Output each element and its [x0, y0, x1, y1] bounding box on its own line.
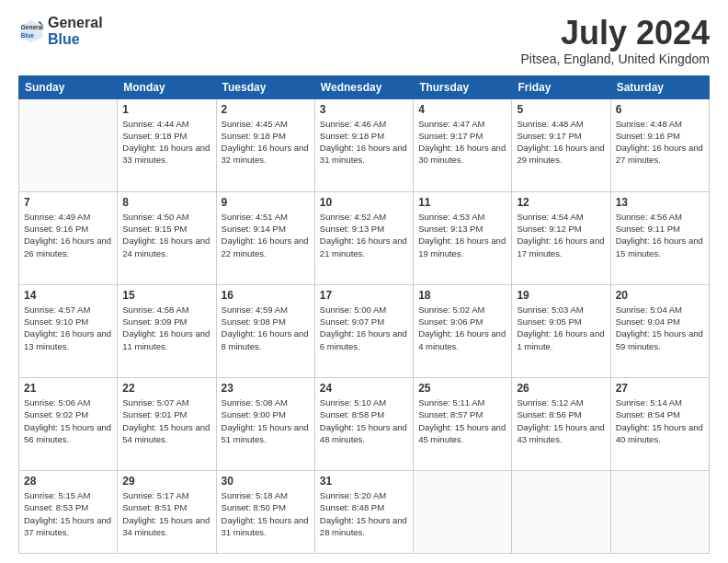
- sunset-text: Sunset: 9:04 PM: [616, 316, 704, 327]
- day-cell: 6 Sunrise: 4:48 AM Sunset: 9:16 PM Dayli…: [610, 98, 709, 191]
- daylight-text: Daylight: 16 hours and 15 minutes.: [616, 235, 704, 259]
- day-info: Sunrise: 5:20 AM Sunset: 8:48 PM Dayligh…: [320, 489, 408, 538]
- sunset-text: Sunset: 9:16 PM: [24, 223, 112, 235]
- day-info: Sunrise: 4:51 AM Sunset: 9:14 PM Dayligh…: [222, 211, 310, 259]
- day-info: Sunrise: 4:54 AM Sunset: 9:12 PM Dayligh…: [517, 211, 605, 259]
- daylight-text: Daylight: 16 hours and 1 minute.: [517, 327, 605, 352]
- sunrise-text: Sunrise: 5:11 AM: [418, 396, 506, 408]
- day-info: Sunrise: 5:11 AM Sunset: 8:57 PM Dayligh…: [418, 396, 506, 445]
- daylight-text: Daylight: 15 hours and 43 minutes.: [517, 421, 605, 446]
- day-info: Sunrise: 4:47 AM Sunset: 9:17 PM Dayligh…: [418, 118, 506, 167]
- day-number: 9: [222, 196, 310, 209]
- sunrise-text: Sunrise: 5:02 AM: [418, 304, 506, 316]
- day-number: 26: [517, 382, 605, 395]
- daylight-text: Daylight: 16 hours and 29 minutes.: [517, 142, 605, 167]
- day-info: Sunrise: 5:17 AM Sunset: 8:51 PM Dayligh…: [122, 489, 210, 538]
- sunset-text: Sunset: 8:56 PM: [517, 408, 605, 420]
- sunset-text: Sunset: 9:17 PM: [517, 130, 605, 142]
- day-number: 29: [122, 475, 210, 488]
- col-monday: Monday: [118, 75, 216, 98]
- daylight-text: Daylight: 16 hours and 22 minutes.: [222, 235, 310, 259]
- sunrise-text: Sunrise: 4:58 AM: [122, 304, 210, 316]
- day-info: Sunrise: 5:18 AM Sunset: 8:50 PM Dayligh…: [222, 489, 310, 538]
- daylight-text: Daylight: 16 hours and 33 minutes.: [122, 142, 210, 167]
- day-cell: 28 Sunrise: 5:15 AM Sunset: 8:53 PM Dayl…: [19, 471, 118, 554]
- logo: General Blue General Blue: [18, 15, 103, 47]
- day-info: Sunrise: 4:56 AM Sunset: 9:11 PM Dayligh…: [616, 211, 704, 259]
- sunset-text: Sunset: 9:18 PM: [122, 130, 210, 142]
- sunrise-text: Sunrise: 5:12 AM: [517, 396, 605, 408]
- col-saturday: Saturday: [610, 75, 709, 98]
- sunrise-text: Sunrise: 4:50 AM: [122, 211, 210, 223]
- day-number: 27: [616, 382, 704, 395]
- sunset-text: Sunset: 8:57 PM: [418, 408, 506, 420]
- daylight-text: Daylight: 16 hours and 32 minutes.: [222, 142, 310, 167]
- day-cell: 3 Sunrise: 4:46 AM Sunset: 9:18 PM Dayli…: [314, 98, 413, 191]
- day-cell: [610, 471, 709, 554]
- page: General Blue General Blue July 2024 Pits…: [0, 0, 728, 563]
- day-cell: 20 Sunrise: 5:04 AM Sunset: 9:04 PM Dayl…: [610, 284, 709, 377]
- day-info: Sunrise: 4:45 AM Sunset: 9:18 PM Dayligh…: [222, 118, 310, 167]
- sunrise-text: Sunrise: 4:54 AM: [517, 211, 605, 223]
- sunrise-text: Sunrise: 4:46 AM: [320, 118, 408, 130]
- sunset-text: Sunset: 8:53 PM: [24, 501, 112, 513]
- sunset-text: Sunset: 8:48 PM: [320, 501, 408, 513]
- daylight-text: Daylight: 15 hours and 59 minutes.: [616, 327, 704, 352]
- day-cell: [414, 471, 512, 554]
- sunset-text: Sunset: 9:02 PM: [24, 408, 112, 420]
- sunset-text: Sunset: 9:15 PM: [122, 223, 210, 235]
- day-cell: 12 Sunrise: 4:54 AM Sunset: 9:12 PM Dayl…: [512, 191, 610, 284]
- day-number: 25: [418, 382, 506, 395]
- day-cell: 14 Sunrise: 4:57 AM Sunset: 9:10 PM Dayl…: [19, 284, 118, 377]
- day-info: Sunrise: 5:10 AM Sunset: 8:58 PM Dayligh…: [320, 396, 408, 445]
- day-number: 21: [24, 382, 112, 395]
- day-cell: 18 Sunrise: 5:02 AM Sunset: 9:06 PM Dayl…: [414, 284, 512, 377]
- day-number: 8: [122, 196, 210, 209]
- day-number: 18: [418, 289, 506, 302]
- sunrise-text: Sunrise: 4:59 AM: [222, 304, 310, 316]
- day-cell: 21 Sunrise: 5:06 AM Sunset: 9:02 PM Dayl…: [19, 377, 118, 470]
- daylight-text: Daylight: 15 hours and 56 minutes.: [24, 421, 112, 446]
- day-cell: 10 Sunrise: 4:52 AM Sunset: 9:13 PM Dayl…: [314, 191, 413, 284]
- subtitle: Pitsea, England, United Kingdom: [521, 52, 710, 66]
- day-info: Sunrise: 4:52 AM Sunset: 9:13 PM Dayligh…: [320, 211, 408, 259]
- day-number: 23: [222, 382, 310, 395]
- main-title: July 2024: [521, 15, 710, 52]
- sunrise-text: Sunrise: 5:14 AM: [616, 396, 704, 408]
- daylight-text: Daylight: 15 hours and 54 minutes.: [122, 421, 210, 446]
- day-cell: 23 Sunrise: 5:08 AM Sunset: 9:00 PM Dayl…: [216, 377, 314, 470]
- sunrise-text: Sunrise: 5:03 AM: [517, 304, 605, 316]
- day-number: 15: [122, 289, 210, 302]
- sunrise-text: Sunrise: 4:48 AM: [616, 118, 704, 130]
- logo-text: General Blue: [48, 15, 103, 47]
- sunrise-text: Sunrise: 4:53 AM: [418, 211, 506, 223]
- day-info: Sunrise: 5:14 AM Sunset: 8:54 PM Dayligh…: [616, 396, 704, 445]
- col-friday: Friday: [512, 75, 610, 98]
- day-info: Sunrise: 4:48 AM Sunset: 9:16 PM Dayligh…: [616, 118, 704, 167]
- day-number: 4: [418, 103, 506, 116]
- day-info: Sunrise: 4:53 AM Sunset: 9:13 PM Dayligh…: [418, 211, 506, 259]
- day-number: 19: [517, 289, 605, 302]
- sunset-text: Sunset: 9:13 PM: [418, 223, 506, 235]
- day-cell: [512, 471, 610, 554]
- daylight-text: Daylight: 15 hours and 48 minutes.: [320, 421, 408, 446]
- day-cell: 9 Sunrise: 4:51 AM Sunset: 9:14 PM Dayli…: [216, 191, 314, 284]
- logo-blue-text: Blue: [48, 31, 103, 48]
- sunset-text: Sunset: 8:58 PM: [320, 408, 408, 420]
- day-number: 28: [24, 475, 112, 488]
- sunset-text: Sunset: 9:08 PM: [222, 316, 310, 327]
- day-cell: 17 Sunrise: 5:00 AM Sunset: 9:07 PM Dayl…: [314, 284, 413, 377]
- day-info: Sunrise: 5:02 AM Sunset: 9:06 PM Dayligh…: [418, 304, 506, 352]
- sunrise-text: Sunrise: 5:15 AM: [24, 489, 112, 501]
- sunset-text: Sunset: 9:09 PM: [122, 316, 210, 327]
- day-cell: 13 Sunrise: 4:56 AM Sunset: 9:11 PM Dayl…: [610, 191, 709, 284]
- day-number: 20: [616, 289, 704, 302]
- week-row-1: 1 Sunrise: 4:44 AM Sunset: 9:18 PM Dayli…: [19, 98, 710, 191]
- sunrise-text: Sunrise: 4:47 AM: [418, 118, 506, 130]
- day-cell: 26 Sunrise: 5:12 AM Sunset: 8:56 PM Dayl…: [512, 377, 610, 470]
- sunset-text: Sunset: 9:14 PM: [222, 223, 310, 235]
- sunrise-text: Sunrise: 5:04 AM: [616, 304, 704, 316]
- day-number: 16: [222, 289, 310, 302]
- sunrise-text: Sunrise: 5:06 AM: [24, 396, 112, 408]
- sunset-text: Sunset: 8:51 PM: [122, 501, 210, 513]
